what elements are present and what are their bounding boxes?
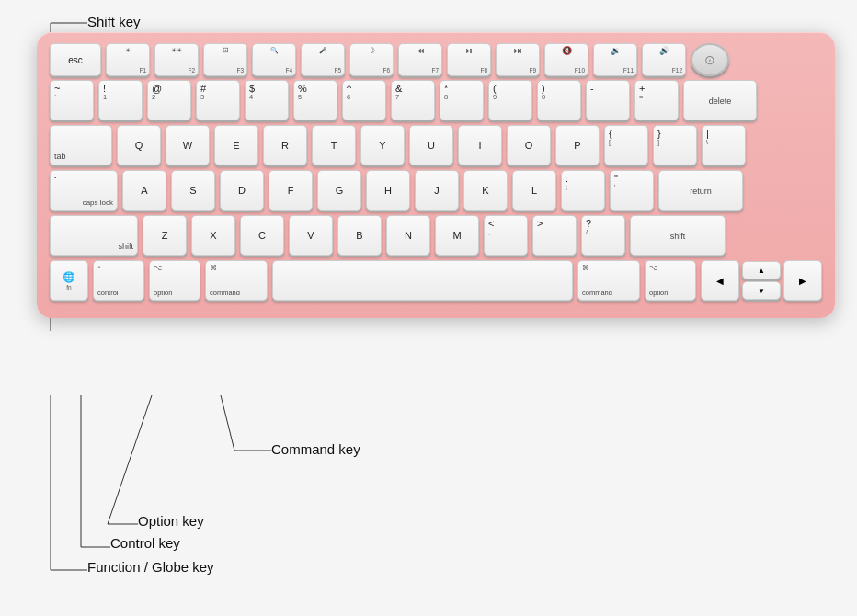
key-f6[interactable]: ☽ F6 bbox=[349, 43, 394, 76]
key-slash[interactable]: ?/ bbox=[581, 215, 625, 256]
key-comma[interactable]: <, bbox=[484, 215, 528, 256]
key-3[interactable]: # 3 bbox=[196, 80, 240, 120]
keyboard: esc ☀ F1 ☀☀ F2 ⊡ F3 🔍 F4 🎤 F5 bbox=[37, 32, 835, 318]
key-1[interactable]: ! 1 bbox=[98, 80, 143, 120]
key-quote[interactable]: "' bbox=[610, 170, 654, 211]
key-7[interactable]: & 7 bbox=[391, 80, 435, 120]
key-l[interactable]: L bbox=[512, 170, 556, 211]
key-space[interactable] bbox=[272, 260, 573, 301]
key-s[interactable]: S bbox=[171, 170, 215, 211]
key-arrow-up[interactable]: ▲ bbox=[742, 261, 781, 279]
key-f7[interactable]: ⏮ F7 bbox=[398, 43, 442, 76]
key-n[interactable]: N bbox=[386, 215, 430, 256]
key-semicolon[interactable]: :; bbox=[561, 170, 605, 211]
key-delete[interactable]: delete bbox=[683, 80, 757, 120]
key-2[interactable]: @ 2 bbox=[147, 80, 191, 120]
key-f10[interactable]: 🔇 F10 bbox=[544, 43, 588, 76]
key-k[interactable]: K bbox=[463, 170, 508, 211]
key-f2[interactable]: ☀☀ F2 bbox=[154, 43, 199, 76]
key-5[interactable]: % 5 bbox=[293, 80, 337, 120]
key-c[interactable]: C bbox=[240, 215, 284, 256]
key-esc[interactable]: esc bbox=[50, 43, 101, 76]
key-f4[interactable]: 🔍 F4 bbox=[252, 43, 296, 76]
arrow-keys: ◀ ▲ ▼ ▶ bbox=[701, 260, 822, 301]
key-a[interactable]: A bbox=[122, 170, 166, 211]
key-option-right[interactable]: ⌥ option bbox=[645, 260, 696, 301]
key-w[interactable]: W bbox=[166, 125, 210, 165]
key-6[interactable]: ^ 6 bbox=[342, 80, 386, 120]
key-f1[interactable]: ☀ F1 bbox=[106, 43, 150, 76]
keyboard-container: esc ☀ F1 ☀☀ F2 ⊡ F3 🔍 F4 🎤 F5 bbox=[37, 32, 835, 318]
arrow-up-down-col: ▲ ▼ bbox=[742, 261, 781, 300]
svg-line-6 bbox=[108, 395, 152, 524]
key-0[interactable]: ) 0 bbox=[537, 80, 581, 120]
key-f3[interactable]: ⊡ F3 bbox=[203, 43, 247, 76]
shift-key-label: Shift key bbox=[87, 14, 141, 29]
key-f8[interactable]: ⏯ F8 bbox=[447, 43, 491, 76]
key-command-right[interactable]: ⌘ command bbox=[577, 260, 640, 301]
key-option-left[interactable]: ⌥ option bbox=[149, 260, 200, 301]
key-t[interactable]: T bbox=[312, 125, 356, 165]
key-shift-right[interactable]: shift bbox=[630, 215, 726, 256]
key-shift-left[interactable]: shift bbox=[50, 215, 138, 256]
key-return[interactable]: return bbox=[658, 170, 743, 211]
key-j[interactable]: J bbox=[415, 170, 459, 211]
key-command-left[interactable]: ⌘ command bbox=[205, 260, 268, 301]
key-e[interactable]: E bbox=[214, 125, 258, 165]
key-b[interactable]: B bbox=[337, 215, 382, 256]
key-arrow-left[interactable]: ◀ bbox=[701, 260, 739, 301]
key-8[interactable]: * 8 bbox=[440, 80, 484, 120]
key-f9[interactable]: ⏭ F9 bbox=[496, 43, 540, 76]
key-x[interactable]: X bbox=[191, 215, 235, 256]
key-bracket-open[interactable]: {[ bbox=[604, 125, 648, 165]
key-tab[interactable]: tab bbox=[50, 125, 112, 165]
number-row: ~ ` ! 1 @ 2 # 3 $ 4 % 5 bbox=[50, 80, 822, 120]
command-key-label: Command key bbox=[271, 441, 360, 457]
home-row: • caps lock A S D F G H J K L :; "' retu… bbox=[50, 170, 822, 211]
key-equals[interactable]: + = bbox=[634, 80, 679, 120]
shift-row: shift Z X C V B N M <, >. ?/ shift bbox=[50, 215, 822, 256]
key-q[interactable]: Q bbox=[117, 125, 161, 165]
key-tilde[interactable]: ~ ` bbox=[50, 80, 94, 120]
fn-row: esc ☀ F1 ☀☀ F2 ⊡ F3 🔍 F4 🎤 F5 bbox=[50, 43, 822, 76]
key-v[interactable]: V bbox=[289, 215, 333, 256]
key-control[interactable]: ^ control bbox=[93, 260, 144, 301]
key-arrow-right[interactable]: ▶ bbox=[783, 260, 822, 301]
control-key-label: Control key bbox=[110, 535, 180, 551]
key-globe-fn[interactable]: 🌐 fn bbox=[50, 260, 88, 301]
qwerty-row: tab Q W E R T Y U I O P {[ }] |\ bbox=[50, 125, 822, 165]
key-period[interactable]: >. bbox=[532, 215, 577, 256]
function-globe-key-label: Function / Globe key bbox=[87, 559, 214, 575]
key-r[interactable]: R bbox=[263, 125, 307, 165]
bottom-row: 🌐 fn ^ control ⌥ option ⌘ command ⌘ bbox=[50, 260, 822, 301]
key-f[interactable]: F bbox=[269, 170, 313, 211]
key-p[interactable]: P bbox=[555, 125, 600, 165]
key-f11[interactable]: 🔉 F11 bbox=[593, 43, 637, 76]
key-touch-id[interactable]: ⊙ bbox=[691, 43, 729, 76]
key-f12[interactable]: 🔊 F12 bbox=[642, 43, 686, 76]
key-o[interactable]: O bbox=[507, 125, 551, 165]
key-h[interactable]: H bbox=[366, 170, 410, 211]
key-d[interactable]: D bbox=[220, 170, 264, 211]
key-i[interactable]: I bbox=[458, 125, 502, 165]
key-f5[interactable]: 🎤 F5 bbox=[301, 43, 345, 76]
key-arrow-down[interactable]: ▼ bbox=[742, 281, 781, 300]
key-minus[interactable]: - bbox=[586, 80, 630, 120]
key-backslash[interactable]: |\ bbox=[702, 125, 746, 165]
key-g[interactable]: G bbox=[317, 170, 361, 211]
key-9[interactable]: ( 9 bbox=[488, 80, 532, 120]
key-m[interactable]: M bbox=[435, 215, 479, 256]
key-bracket-close[interactable]: }] bbox=[653, 125, 697, 165]
key-y[interactable]: Y bbox=[360, 125, 405, 165]
key-4[interactable]: $ 4 bbox=[245, 80, 289, 120]
svg-line-8 bbox=[221, 395, 234, 451]
key-u[interactable]: U bbox=[409, 125, 453, 165]
key-z[interactable]: Z bbox=[143, 215, 187, 256]
option-key-label: Option key bbox=[138, 513, 204, 529]
key-caps-lock[interactable]: • caps lock bbox=[50, 170, 118, 211]
